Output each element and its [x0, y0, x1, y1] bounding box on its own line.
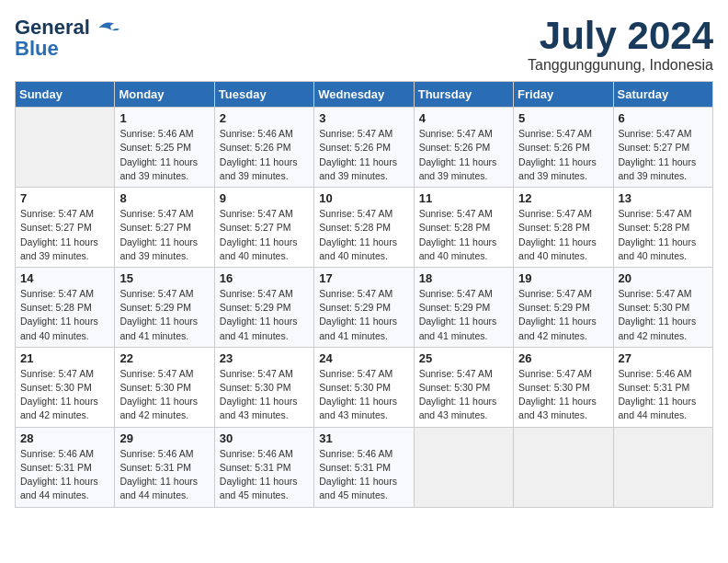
calendar-cell — [414, 427, 513, 507]
day-number: 3 — [319, 111, 408, 125]
calendar-week-row: 21Sunrise: 5:47 AMSunset: 5:30 PMDayligh… — [16, 347, 713, 427]
calendar-cell: 5Sunrise: 5:47 AMSunset: 5:26 PMDaylight… — [514, 108, 613, 188]
day-info: Sunrise: 5:46 AMSunset: 5:31 PMDaylight:… — [20, 447, 109, 503]
day-info: Sunrise: 5:47 AMSunset: 5:28 PMDaylight:… — [319, 207, 408, 263]
day-info: Sunrise: 5:47 AMSunset: 5:28 PMDaylight:… — [20, 287, 109, 343]
calendar-cell: 20Sunrise: 5:47 AMSunset: 5:30 PMDayligh… — [613, 267, 712, 347]
calendar-cell: 21Sunrise: 5:47 AMSunset: 5:30 PMDayligh… — [16, 347, 115, 427]
calendar-cell: 19Sunrise: 5:47 AMSunset: 5:29 PMDayligh… — [514, 267, 613, 347]
day-info: Sunrise: 5:46 AMSunset: 5:26 PMDaylight:… — [220, 127, 309, 183]
calendar-cell: 25Sunrise: 5:47 AMSunset: 5:30 PMDayligh… — [414, 347, 513, 427]
day-number: 9 — [220, 191, 309, 205]
day-info: Sunrise: 5:46 AMSunset: 5:31 PMDaylight:… — [619, 367, 708, 423]
calendar-week-row: 14Sunrise: 5:47 AMSunset: 5:28 PMDayligh… — [16, 267, 713, 347]
weekday-header-row: SundayMondayTuesdayWednesdayThursdayFrid… — [16, 82, 713, 108]
day-info: Sunrise: 5:47 AMSunset: 5:26 PMDaylight:… — [319, 127, 408, 183]
day-number: 6 — [619, 111, 708, 125]
day-info: Sunrise: 5:47 AMSunset: 5:29 PMDaylight:… — [119, 287, 209, 343]
day-number: 11 — [419, 191, 508, 205]
day-info: Sunrise: 5:47 AMSunset: 5:30 PMDaylight:… — [518, 367, 608, 423]
calendar-week-row: 1Sunrise: 5:46 AMSunset: 5:25 PMDaylight… — [16, 108, 713, 188]
day-info: Sunrise: 5:47 AMSunset: 5:28 PMDaylight:… — [619, 207, 708, 263]
calendar-week-row: 7Sunrise: 5:47 AMSunset: 5:27 PMDaylight… — [16, 188, 713, 268]
day-number: 30 — [220, 431, 309, 445]
calendar-cell: 4Sunrise: 5:47 AMSunset: 5:26 PMDaylight… — [414, 108, 513, 188]
calendar-week-row: 28Sunrise: 5:46 AMSunset: 5:31 PMDayligh… — [16, 427, 713, 507]
calendar-cell — [16, 108, 115, 188]
day-number: 28 — [20, 431, 109, 445]
calendar-cell: 13Sunrise: 5:47 AMSunset: 5:28 PMDayligh… — [613, 188, 712, 268]
calendar-cell: 15Sunrise: 5:47 AMSunset: 5:29 PMDayligh… — [115, 267, 214, 347]
day-info: Sunrise: 5:46 AMSunset: 5:31 PMDaylight:… — [220, 447, 309, 503]
day-number: 7 — [20, 191, 109, 205]
calendar-cell — [514, 427, 613, 507]
day-number: 17 — [319, 271, 408, 285]
day-number: 5 — [518, 111, 608, 125]
calendar-cell: 22Sunrise: 5:47 AMSunset: 5:30 PMDayligh… — [115, 347, 214, 427]
calendar-cell: 27Sunrise: 5:46 AMSunset: 5:31 PMDayligh… — [613, 347, 712, 427]
day-info: Sunrise: 5:47 AMSunset: 5:26 PMDaylight:… — [518, 127, 608, 183]
calendar-cell: 24Sunrise: 5:47 AMSunset: 5:30 PMDayligh… — [314, 347, 414, 427]
day-info: Sunrise: 5:47 AMSunset: 5:30 PMDaylight:… — [20, 367, 109, 423]
calendar-cell: 30Sunrise: 5:46 AMSunset: 5:31 PMDayligh… — [214, 427, 313, 507]
calendar-cell: 23Sunrise: 5:47 AMSunset: 5:30 PMDayligh… — [214, 347, 313, 427]
day-number: 8 — [119, 191, 209, 205]
calendar-cell: 16Sunrise: 5:47 AMSunset: 5:29 PMDayligh… — [214, 267, 313, 347]
day-info: Sunrise: 5:47 AMSunset: 5:29 PMDaylight:… — [319, 287, 408, 343]
day-info: Sunrise: 5:46 AMSunset: 5:25 PMDaylight:… — [119, 127, 209, 183]
weekday-header-tuesday: Tuesday — [214, 82, 313, 108]
title-block: July 2024 Tanggunggunung, Indonesia — [528, 15, 713, 74]
day-number: 14 — [20, 271, 109, 285]
calendar-cell: 31Sunrise: 5:46 AMSunset: 5:31 PMDayligh… — [314, 427, 414, 507]
calendar-cell: 10Sunrise: 5:47 AMSunset: 5:28 PMDayligh… — [314, 188, 414, 268]
calendar-cell: 28Sunrise: 5:46 AMSunset: 5:31 PMDayligh… — [16, 427, 115, 507]
day-info: Sunrise: 5:47 AMSunset: 5:27 PMDaylight:… — [619, 127, 708, 183]
day-number: 19 — [518, 271, 608, 285]
day-info: Sunrise: 5:47 AMSunset: 5:28 PMDaylight:… — [518, 207, 608, 263]
calendar-cell: 29Sunrise: 5:46 AMSunset: 5:31 PMDayligh… — [115, 427, 214, 507]
location-subtitle: Tanggunggunung, Indonesia — [528, 57, 713, 74]
weekday-header-thursday: Thursday — [414, 82, 513, 108]
day-info: Sunrise: 5:47 AMSunset: 5:30 PMDaylight:… — [419, 367, 508, 423]
day-number: 1 — [119, 111, 209, 125]
calendar-cell: 14Sunrise: 5:47 AMSunset: 5:28 PMDayligh… — [16, 267, 115, 347]
day-info: Sunrise: 5:47 AMSunset: 5:27 PMDaylight:… — [119, 207, 209, 263]
day-info: Sunrise: 5:46 AMSunset: 5:31 PMDaylight:… — [319, 447, 408, 503]
weekday-header-wednesday: Wednesday — [314, 82, 414, 108]
calendar-cell: 26Sunrise: 5:47 AMSunset: 5:30 PMDayligh… — [514, 347, 613, 427]
calendar-cell: 2Sunrise: 5:46 AMSunset: 5:26 PMDaylight… — [214, 108, 313, 188]
weekday-header-sunday: Sunday — [16, 82, 115, 108]
calendar-cell: 6Sunrise: 5:47 AMSunset: 5:27 PMDaylight… — [613, 108, 712, 188]
calendar-cell: 7Sunrise: 5:47 AMSunset: 5:27 PMDaylight… — [16, 188, 115, 268]
day-number: 10 — [319, 191, 408, 205]
calendar-cell: 17Sunrise: 5:47 AMSunset: 5:29 PMDayligh… — [314, 267, 414, 347]
day-info: Sunrise: 5:47 AMSunset: 5:27 PMDaylight:… — [20, 207, 109, 263]
day-info: Sunrise: 5:47 AMSunset: 5:28 PMDaylight:… — [419, 207, 508, 263]
day-number: 18 — [419, 271, 508, 285]
day-number: 23 — [220, 351, 309, 365]
day-number: 24 — [319, 351, 408, 365]
day-info: Sunrise: 5:47 AMSunset: 5:30 PMDaylight:… — [319, 367, 408, 423]
calendar-table: SundayMondayTuesdayWednesdayThursdayFrid… — [15, 81, 713, 507]
day-number: 12 — [518, 191, 608, 205]
calendar-cell: 9Sunrise: 5:47 AMSunset: 5:27 PMDaylight… — [214, 188, 313, 268]
day-info: Sunrise: 5:47 AMSunset: 5:29 PMDaylight:… — [419, 287, 508, 343]
day-number: 27 — [619, 351, 708, 365]
calendar-cell — [613, 427, 712, 507]
calendar-cell: 18Sunrise: 5:47 AMSunset: 5:29 PMDayligh… — [414, 267, 513, 347]
weekday-header-monday: Monday — [115, 82, 214, 108]
calendar-cell: 12Sunrise: 5:47 AMSunset: 5:28 PMDayligh… — [514, 188, 613, 268]
page-header: General Blue July 2024 Tanggunggunung, I… — [15, 15, 713, 74]
day-info: Sunrise: 5:47 AMSunset: 5:29 PMDaylight:… — [220, 287, 309, 343]
day-info: Sunrise: 5:47 AMSunset: 5:29 PMDaylight:… — [518, 287, 608, 343]
day-info: Sunrise: 5:47 AMSunset: 5:30 PMDaylight:… — [220, 367, 309, 423]
weekday-header-saturday: Saturday — [613, 82, 712, 108]
day-info: Sunrise: 5:47 AMSunset: 5:27 PMDaylight:… — [220, 207, 309, 263]
calendar-cell: 11Sunrise: 5:47 AMSunset: 5:28 PMDayligh… — [414, 188, 513, 268]
day-number: 29 — [119, 431, 209, 445]
day-info: Sunrise: 5:47 AMSunset: 5:26 PMDaylight:… — [419, 127, 508, 183]
weekday-header-friday: Friday — [514, 82, 613, 108]
logo-blue: Blue — [15, 37, 59, 61]
day-number: 31 — [319, 431, 408, 445]
logo: General Blue — [15, 15, 119, 61]
